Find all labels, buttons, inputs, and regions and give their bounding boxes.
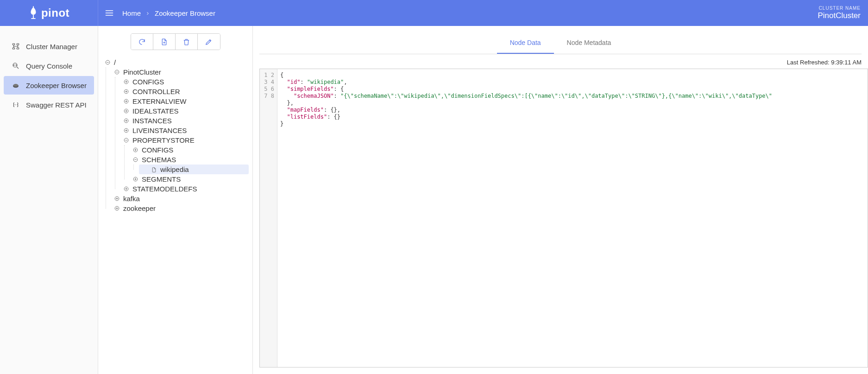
tree-node-label: zookeeper [123, 204, 156, 212]
last-refreshed: Last Refreshed: 9:39:11 AM [259, 54, 868, 69]
app-header: pinot Home Zookeeper Browser CLUSTER NAM… [0, 0, 868, 26]
sidebar-item-cluster-manager[interactable]: Cluster Manager [4, 37, 94, 56]
cluster-label: CLUSTER NAME [818, 6, 861, 11]
expand-icon[interactable] [132, 146, 139, 154]
collapse-icon[interactable] [132, 156, 139, 164]
svg-point-9 [13, 84, 19, 87]
collapse-icon[interactable] [122, 137, 130, 144]
tree-node-label: kafka [123, 195, 140, 203]
logo-text: pinot [41, 6, 69, 19]
cluster-info: CLUSTER NAME PinotCluster [818, 6, 861, 20]
svg-rect-5 [13, 48, 15, 49]
tree-node-label: PinotCluster [123, 68, 161, 76]
delete-node-button[interactable] [176, 34, 198, 50]
expand-icon[interactable] [113, 195, 120, 203]
logo-icon [28, 6, 38, 20]
expand-icon[interactable] [122, 98, 130, 105]
expand-icon[interactable] [122, 108, 130, 115]
expand-icon[interactable] [132, 176, 139, 183]
search-code-icon [11, 61, 20, 70]
tree-node[interactable]: LIVEINSTANCES [120, 126, 249, 135]
expand-icon[interactable] [122, 78, 130, 86]
refresh-icon [138, 38, 146, 46]
content-panel: Node Data Node Metadata Last Refreshed: … [253, 26, 868, 374]
svg-rect-2 [33, 6, 34, 8]
tree-node-label: SCHEMAS [142, 156, 176, 164]
tree-node[interactable]: INSTANCES [120, 116, 249, 126]
sidebar-item-zookeeper-browser[interactable]: Zookeeper Browser [4, 76, 94, 95]
tree-node-label: / [114, 58, 116, 66]
sidebar-item-swagger-rest-api[interactable]: Swagger REST API [4, 95, 94, 114]
add-node-button[interactable] [153, 34, 176, 50]
tree-node-label: CONTROLLER [132, 88, 180, 95]
pencil-icon [205, 38, 213, 46]
tree-node[interactable]: EXTERNALVIEW [120, 96, 249, 106]
trash-icon [182, 38, 190, 46]
tree-node[interactable]: zookeeper [111, 203, 249, 213]
tab-node-data[interactable]: Node Data [497, 32, 554, 54]
hamburger-icon [105, 8, 114, 18]
tree-panel: / PinotCluster CONFIGS CONTROLLER EXTER [98, 26, 253, 374]
expand-icon[interactable] [113, 205, 120, 212]
tree-node-selected[interactable]: wikipedia [139, 165, 249, 174]
tree-node-label: wikipedia [160, 165, 189, 173]
svg-rect-6 [17, 48, 19, 49]
editor-gutter: 1 2 3 4 5 6 7 8 [260, 69, 277, 367]
tree-node-label: IDEALSTATES [132, 107, 178, 115]
tree-node-label: SEGMENTS [142, 175, 181, 183]
refresh-button[interactable] [131, 34, 153, 50]
collapse-icon[interactable] [113, 69, 120, 76]
menu-toggle-button[interactable] [98, 0, 120, 26]
svg-point-10 [15, 104, 16, 105]
breadcrumb-home[interactable]: Home [122, 9, 141, 17]
tree-node[interactable]: CONTROLLER [120, 87, 249, 96]
zk-tree: / PinotCluster CONFIGS CONTROLLER EXTER [98, 56, 252, 374]
tree-node-label: EXTERNALVIEW [132, 97, 186, 105]
tabs: Node Data Node Metadata [259, 32, 862, 54]
expand-icon[interactable] [122, 185, 130, 193]
tree-node-label: INSTANCES [132, 117, 172, 125]
expand-icon[interactable] [122, 88, 130, 95]
collapse-icon[interactable] [104, 59, 111, 66]
sidebar-item-label: Zookeeper Browser [26, 82, 87, 89]
tab-node-metadata[interactable]: Node Metadata [554, 32, 624, 54]
expand-icon[interactable] [122, 127, 130, 134]
chevron-right-icon [145, 9, 150, 17]
last-refreshed-time: 9:39:11 AM [831, 59, 862, 66]
tree-node-label: CONFIGS [132, 78, 164, 86]
expand-icon[interactable] [122, 117, 130, 125]
tree-node[interactable]: IDEALSTATES [120, 106, 249, 116]
logo[interactable]: pinot [28, 6, 69, 20]
code-editor[interactable]: 1 2 3 4 5 6 7 8 { "id": "wikipedia", "si… [259, 69, 868, 368]
sidebar-item-label: Query Console [26, 62, 72, 70]
editor-content[interactable]: { "id": "wikipedia", "simpleFields": { "… [277, 69, 868, 127]
tree-node[interactable]: CONFIGS [120, 77, 249, 87]
tree-node-label: STATEMODELDEFS [132, 185, 197, 193]
sidebar-item-query-console[interactable]: Query Console [4, 57, 94, 75]
edit-node-button[interactable] [198, 34, 220, 50]
tree-node[interactable]: PinotCluster CONFIGS CONTROLLER EXTERNAL… [111, 67, 249, 194]
logo-block: pinot [0, 0, 98, 26]
svg-rect-4 [17, 44, 19, 45]
zookeeper-icon [11, 81, 20, 90]
editor-scroll[interactable]: { "id": "wikipedia", "simpleFields": { "… [277, 69, 868, 367]
tree-node[interactable]: kafka [111, 194, 249, 203]
tree-node[interactable]: SEGMENTS [130, 174, 249, 184]
tree-node[interactable]: PROPERTYSTORE CONFIGS SCHEMAS [120, 135, 249, 184]
tree-node-label: LIVEINSTANCES [132, 127, 187, 134]
file-plus-icon [160, 38, 168, 46]
tree-node[interactable]: SCHEMAS wikipedia [130, 155, 249, 174]
api-icon [11, 100, 20, 109]
breadcrumb-current: Zookeeper Browser [155, 9, 215, 17]
file-icon [151, 166, 157, 173]
breadcrumb: Home Zookeeper Browser [122, 9, 215, 17]
tree-node-label: PROPERTYSTORE [132, 136, 195, 144]
cluster-name: PinotCluster [818, 11, 861, 20]
sidebar: Cluster Manager Query Console Zookeeper … [0, 26, 98, 374]
svg-rect-3 [13, 44, 15, 45]
tree-node-label: CONFIGS [142, 146, 173, 154]
tree-node[interactable]: CONFIGS [130, 145, 249, 155]
last-refreshed-label: Last Refreshed: [787, 59, 831, 66]
tree-node[interactable]: STATEMODELDEFS [120, 184, 249, 194]
tree-node-root[interactable]: / PinotCluster CONFIGS CONTROLLER EXTER [102, 57, 249, 213]
